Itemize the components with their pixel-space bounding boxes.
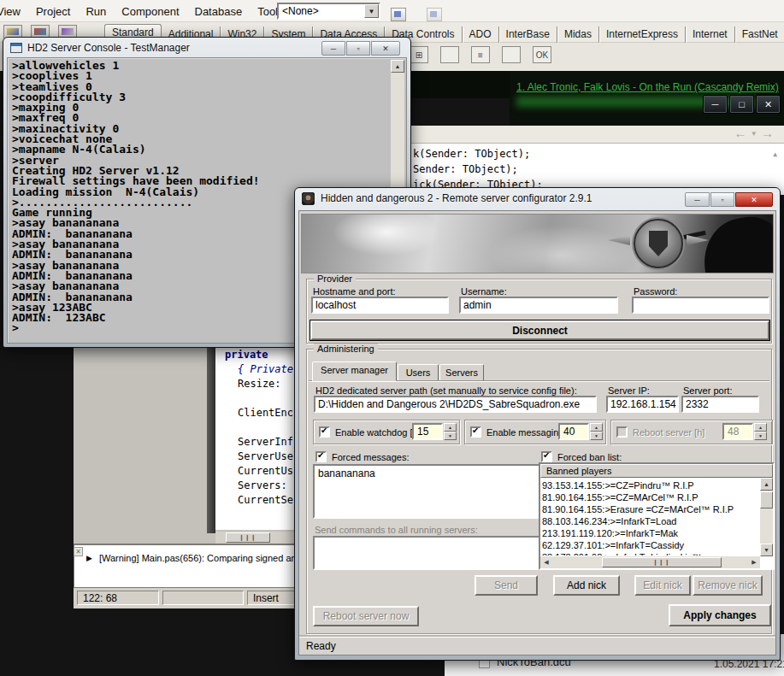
chevron-down-icon[interactable]: ▾ — [752, 129, 756, 138]
ide-statusbar: 122: 68 Insert — [74, 588, 301, 608]
scrollbar-thumb[interactable]: ❙❙❙ — [226, 532, 270, 543]
menu-run[interactable]: Run — [78, 5, 114, 18]
track-title[interactable]: 1. Alec Tronic, Falk Lovis - On the Run … — [516, 81, 784, 93]
forced-ban-list-checkbox[interactable] — [541, 451, 552, 462]
media-player-window: 1. Alec Tronic, Falk Lovis - On the Run … — [510, 71, 784, 126]
administering-legend: Administering — [314, 344, 378, 354]
watchdog-value[interactable]: 15 — [412, 423, 443, 440]
tab-users[interactable]: Users — [398, 364, 439, 381]
forward-arrow-icon[interactable]: → — [761, 126, 774, 140]
package-icon[interactable] — [391, 8, 406, 21]
send-button[interactable]: Send — [475, 575, 538, 596]
watchdog-spinedit[interactable]: 15 ▲▼ — [412, 423, 457, 440]
tab-servers[interactable]: Servers — [439, 364, 484, 381]
ban-row[interactable]: 93.153.14.155:>=CZ=Pindru™ R.I.P — [542, 480, 759, 492]
ban-row[interactable]: 81.90.164.155:>Erasure =CZ=MArCel™ R.I.P — [542, 504, 759, 516]
panel-component-icon[interactable] — [440, 46, 459, 63]
scrollbar-thumb[interactable]: ❙❙❙ — [602, 557, 722, 567]
palette-tab-midas[interactable]: Midas — [557, 26, 599, 43]
ban-list-vertical-scrollbar[interactable]: ▲ ▼ — [760, 478, 773, 556]
maximize-icon[interactable]: □ — [729, 95, 754, 114]
minimize-icon[interactable]: ─ — [685, 192, 710, 207]
ban-row[interactable]: 81.90.164.155:>=CZ=MArCel™ R.I.P — [542, 492, 759, 504]
ban-row[interactable]: 213.191.119.120:>=InfarkT=Mak — [542, 528, 759, 540]
back-arrow-icon[interactable]: ← — [734, 126, 746, 140]
close-icon[interactable]: ✕ — [371, 41, 400, 56]
server-ip-input[interactable]: 192.168.1.154 — [606, 396, 679, 413]
apply-changes-button[interactable]: Apply changes — [669, 604, 771, 626]
reboot-server-now-button[interactable]: Reboot server now — [313, 606, 419, 626]
messaging-spinedit[interactable]: 40 ▲▼ — [558, 423, 603, 440]
ban-row[interactable]: 88.103.146.234:>=InfarkT=Load — [542, 516, 759, 528]
messaging-checkbox[interactable] — [470, 426, 481, 438]
frames-component-icon[interactable]: ⊞ — [410, 46, 428, 63]
ban-list-horizontal-scrollbar[interactable]: ◀ ❙❙❙ ▶ — [540, 556, 760, 568]
maximize-icon[interactable]: ▫ — [710, 192, 734, 207]
button-ok-component-icon[interactable]: OK — [533, 46, 551, 63]
server-path-input[interactable]: D:\Hidden and Dangerous 2\HD2DS_SabreSqu… — [314, 396, 597, 413]
send-commands-memo[interactable]: ▲▼ — [313, 536, 550, 570]
server-port-label: Server port: — [683, 385, 732, 396]
password-input[interactable] — [632, 297, 769, 314]
hostname-input[interactable]: localhost — [311, 297, 449, 314]
minimize-icon[interactable]: ─ — [321, 41, 345, 56]
edit-nick-button[interactable]: Edit nick — [634, 575, 691, 596]
menu-view[interactable]: View — [0, 5, 28, 18]
scrollbar-thumb[interactable] — [760, 491, 773, 508]
spin-up-icon[interactable]: ▲ — [590, 423, 603, 432]
remove-nick-button[interactable]: Remove nick — [693, 575, 763, 596]
emblem-wing-left — [608, 235, 630, 245]
scroll-down-icon[interactable]: ▼ — [760, 544, 773, 556]
reboot-checkbox[interactable] — [616, 426, 628, 438]
spin-up-icon: ▲ — [754, 423, 767, 432]
code-editor-fragment-left[interactable]: private { Private Resize: ClientEnc Serv… — [215, 344, 301, 530]
editor-horizontal-scrollbar[interactable]: ❙❙❙ — [215, 532, 301, 544]
scroll-right-icon[interactable]: ▶ — [748, 557, 760, 567]
modified-flag — [162, 591, 243, 605]
tab-server-manager[interactable]: Server manager — [312, 362, 397, 381]
target-combobox[interactable]: <None> ▼ — [277, 3, 380, 20]
spin-down-icon[interactable]: ▼ — [444, 432, 457, 440]
spin-up-icon[interactable]: ▲ — [444, 423, 457, 432]
package-disabled-icon[interactable] — [427, 8, 442, 21]
watchdog-checkbox[interactable] — [319, 426, 330, 438]
scroll-up-icon[interactable]: ▲ — [773, 147, 777, 162]
disconnect-button[interactable]: Disconnect — [310, 320, 769, 340]
compiler-warning-text[interactable]: [Warning] Main.pas(656): Comparing signe… — [99, 553, 315, 563]
close-icon[interactable]: ✕ — [74, 547, 83, 556]
minimize-icon[interactable]: ─ — [703, 95, 728, 114]
server-port-input[interactable]: 2332 — [681, 396, 759, 413]
maximize-icon[interactable]: ▫ — [346, 41, 370, 56]
reboot-spinedit: 48 ▲▼ — [722, 423, 767, 440]
palette-tab-internet[interactable]: Internet — [686, 26, 735, 43]
scroll-up-icon[interactable]: ▲ — [391, 60, 404, 73]
groupbox-component-icon[interactable] — [502, 46, 521, 63]
ban-row[interactable]: 88.178.201.98:>=InfarkT=Ljudinskis™ — [542, 552, 759, 555]
chevron-down-icon[interactable]: ▼ — [364, 4, 379, 18]
close-icon[interactable]: ✕ — [756, 95, 781, 114]
scroll-left-icon[interactable]: ◀ — [540, 557, 552, 567]
scroll-up-icon[interactable]: ▲ — [760, 478, 773, 491]
watchdog-panel: Enable watchdog [s] 15 ▲▼ — [313, 420, 460, 444]
spin-down-icon[interactable]: ▼ — [590, 432, 603, 440]
messaging-value[interactable]: 40 — [558, 423, 589, 440]
palette-tab-ado[interactable]: ADO — [463, 26, 499, 43]
forced-messages-checkbox[interactable] — [315, 451, 327, 462]
close-icon[interactable]: ✕ — [735, 192, 773, 207]
username-input[interactable]: admin — [459, 297, 618, 314]
palette-tab-internetexpress[interactable]: InternetExpress — [599, 26, 686, 43]
username-label: Username: — [461, 286, 507, 297]
forced-messages-memo[interactable]: banananana ▲▼ — [313, 464, 550, 519]
list-component-icon[interactable]: ≡ — [471, 46, 490, 63]
server-path-label: HD2 dedicated server path (set manually … — [315, 385, 577, 396]
add-nick-button[interactable]: Add nick — [553, 575, 620, 596]
menu-database[interactable]: Database — [187, 5, 251, 18]
target-combobox-value: <None> — [279, 5, 364, 17]
ban-listview[interactable]: Banned players 93.153.14.155:>=CZ=Pindru… — [539, 462, 775, 570]
palette-tab-interbase[interactable]: InterBase — [499, 26, 557, 43]
menu-component[interactable]: Component — [114, 5, 186, 18]
ban-list-header[interactable]: Banned players — [540, 464, 773, 478]
palette-tab-fastnet[interactable]: FastNet — [735, 26, 784, 43]
menu-project[interactable]: Project — [28, 5, 78, 18]
ban-row[interactable]: 62.129.37.101:>=InfarkT=Cassidy — [542, 540, 759, 552]
